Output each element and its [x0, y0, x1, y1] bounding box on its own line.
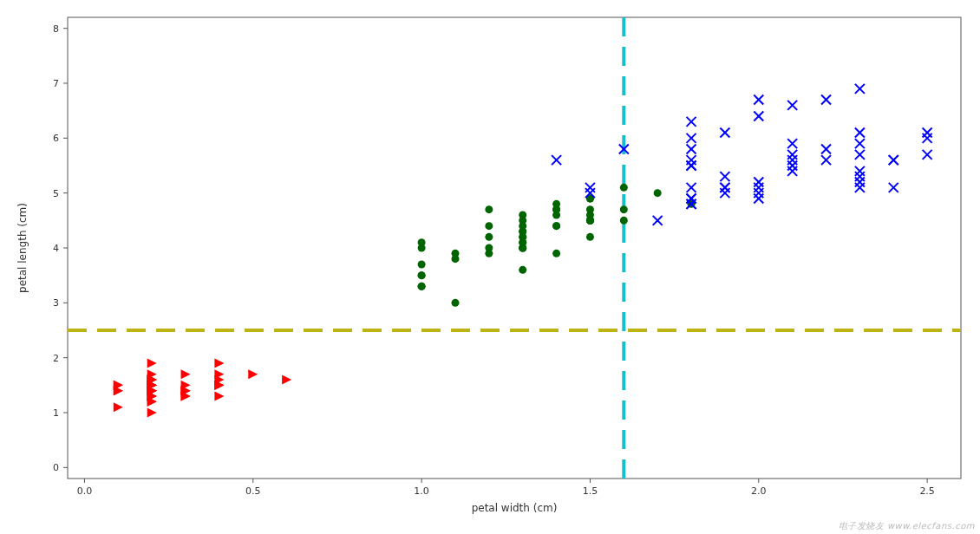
- data-point: [821, 95, 831, 105]
- data-point: [821, 145, 831, 154]
- data-point: [754, 95, 763, 105]
- data-point: [889, 155, 898, 165]
- data-point: [754, 112, 763, 121]
- data-point: [519, 212, 526, 219]
- plot-frame: [68, 17, 961, 479]
- y-tick-label: 6: [53, 133, 59, 144]
- data-point: [687, 145, 696, 154]
- x-tick-label: 2.0: [751, 485, 767, 497]
- data-point: [418, 261, 426, 269]
- data-point: [451, 299, 459, 307]
- data-point: [754, 194, 763, 204]
- y-tick-label: 4: [53, 243, 59, 254]
- data-point: [787, 139, 797, 148]
- data-point: [552, 155, 561, 165]
- data-point: [552, 200, 560, 208]
- data-point: [585, 183, 595, 192]
- data-point: [248, 369, 258, 379]
- y-tick-label: 3: [53, 297, 59, 309]
- data-point: [653, 216, 663, 225]
- y-tick-label: 8: [53, 23, 59, 35]
- y-tick-label: 0: [53, 462, 59, 473]
- data-point: [418, 271, 426, 279]
- data-point: [519, 228, 526, 236]
- data-point: [787, 155, 797, 165]
- data-point: [855, 84, 865, 94]
- y-tick-label: 1: [53, 407, 59, 419]
- y-tick-label: 2: [53, 353, 59, 364]
- data-point: [787, 166, 797, 176]
- data-point: [620, 205, 628, 213]
- data-point: [485, 233, 493, 241]
- data-point: [720, 128, 729, 138]
- data-point: [418, 283, 426, 290]
- data-point: [181, 369, 191, 379]
- data-point: [586, 205, 594, 213]
- x-tick-label: 0.5: [245, 485, 261, 497]
- data-point: [552, 212, 560, 219]
- data-point: [147, 408, 157, 418]
- data-point: [687, 134, 696, 143]
- watermark-text: 电子发烧友 www.elecfans.com: [839, 520, 975, 532]
- data-point: [620, 184, 628, 192]
- data-point: [620, 217, 628, 225]
- data-point: [519, 238, 526, 246]
- x-tick-label: 0.0: [77, 485, 93, 497]
- series-versicolor: [418, 184, 696, 307]
- series-setosa: [114, 359, 291, 418]
- data-point: [282, 375, 291, 385]
- data-point: [552, 222, 560, 230]
- y-tick-label: 5: [53, 188, 59, 199]
- data-point: [147, 359, 157, 368]
- data-point: [923, 150, 932, 160]
- data-point: [418, 238, 426, 246]
- data-point: [214, 392, 224, 401]
- x-tick-label: 1.0: [414, 485, 429, 497]
- data-point: [586, 233, 594, 241]
- data-point: [855, 178, 865, 187]
- data-point: [923, 128, 932, 138]
- data-point: [889, 183, 898, 192]
- x-axis-label: petal width (cm): [472, 502, 558, 514]
- data-point: [787, 101, 797, 110]
- y-tick-label: 7: [53, 78, 59, 89]
- y-axis-label: petal length (cm): [16, 203, 29, 293]
- data-point: [485, 222, 493, 230]
- data-point: [720, 172, 729, 181]
- data-point: [754, 178, 763, 187]
- scatter-chart: 0.00.51.01.52.02.5012345678petal width (…: [0, 0, 980, 534]
- data-point: [114, 402, 123, 412]
- data-point: [586, 217, 594, 225]
- data-point: [687, 161, 696, 171]
- data-point: [654, 189, 662, 197]
- series-virginica: [552, 84, 932, 225]
- x-tick-label: 2.5: [919, 485, 935, 497]
- data-point: [855, 150, 865, 160]
- data-point: [687, 183, 696, 192]
- data-point: [552, 250, 560, 257]
- data-point: [855, 166, 865, 176]
- data-point: [214, 359, 224, 368]
- data-point: [855, 139, 865, 148]
- data-point: [687, 117, 696, 127]
- data-point: [821, 155, 831, 165]
- data-point: [720, 188, 729, 198]
- data-point: [855, 128, 865, 138]
- data-point: [485, 205, 493, 213]
- data-point: [451, 255, 459, 263]
- x-tick-label: 1.5: [583, 485, 598, 497]
- data-point: [519, 266, 526, 274]
- data-point: [485, 244, 493, 252]
